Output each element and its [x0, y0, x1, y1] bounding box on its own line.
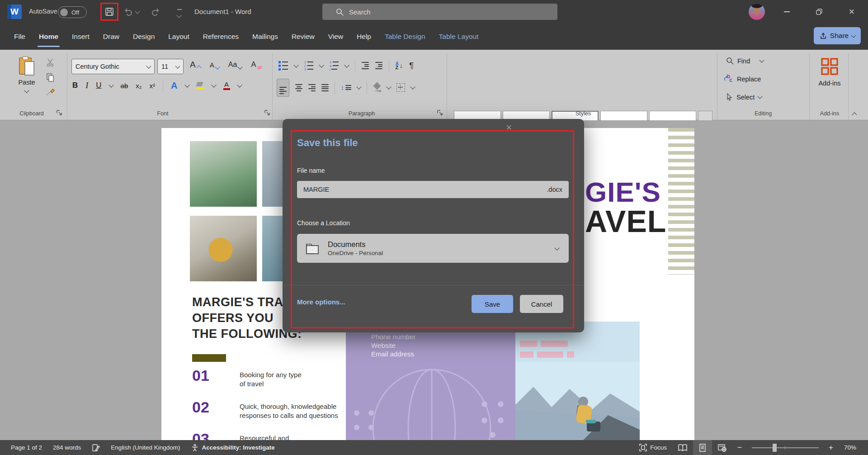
tab-layout[interactable]: Layout: [161, 24, 196, 50]
zoom-slider[interactable]: [752, 447, 819, 448]
tab-view[interactable]: View: [321, 24, 350, 50]
page-indicator[interactable]: Page 1 of 2: [0, 440, 47, 455]
word-window: W AutoSave Off Document1 - Word: [0, 0, 868, 455]
paragraph-dialog-launcher[interactable]: [437, 109, 443, 116]
bullets-chevron-icon[interactable]: [293, 62, 298, 67]
copy-icon[interactable]: [46, 73, 55, 82]
font-color-button[interactable]: A: [223, 81, 230, 90]
grow-font-button[interactable]: A: [190, 60, 201, 70]
find-button[interactable]: Find: [726, 57, 764, 65]
share-button[interactable]: Share: [814, 27, 861, 44]
tab-draw[interactable]: Draw: [96, 24, 126, 50]
save-button[interactable]: Save: [472, 295, 513, 313]
shading-chevron-icon[interactable]: [386, 85, 391, 90]
increase-indent-button[interactable]: →: [375, 62, 382, 69]
superscript-button[interactable]: x²: [150, 82, 156, 90]
zoom-percentage[interactable]: 70%: [839, 440, 868, 455]
location-dropdown[interactable]: Documents OneDrive - Personal: [297, 234, 569, 263]
tab-table-layout[interactable]: Table Layout: [432, 24, 486, 50]
tab-file[interactable]: File: [7, 24, 32, 50]
read-mode-button[interactable]: [672, 440, 693, 455]
line-spacing-button[interactable]: ↕: [341, 84, 351, 91]
numbering-chevron-icon[interactable]: [319, 62, 324, 67]
word-count[interactable]: 284 words: [47, 440, 86, 455]
font-name-combo[interactable]: Century Gothic: [71, 59, 155, 74]
search-input[interactable]: Search: [322, 4, 557, 20]
format-painter-icon[interactable]: [45, 88, 55, 97]
sort-button[interactable]: AZ ↓: [396, 62, 403, 70]
restore-button[interactable]: [808, 0, 830, 24]
numbering-button[interactable]: 123: [304, 61, 313, 71]
addins-button[interactable]: Add-ins: [812, 57, 847, 87]
zoom-out-button[interactable]: −: [732, 440, 747, 455]
language-indicator[interactable]: English (United Kingdom): [105, 440, 185, 455]
underline-button[interactable]: U: [96, 81, 101, 90]
save-dialog: × Save this file File name MARGIE .docx …: [283, 119, 584, 332]
multilevel-list-button[interactable]: 1ai: [330, 61, 339, 71]
decrease-indent-button[interactable]: ←: [362, 62, 369, 69]
clear-formatting-button[interactable]: A: [251, 60, 261, 69]
bullets-button[interactable]: [278, 61, 288, 71]
bold-button[interactable]: B: [72, 81, 78, 90]
tab-design[interactable]: Design: [126, 24, 161, 50]
customize-qat-button[interactable]: [177, 9, 182, 19]
underline-chevron-icon[interactable]: [108, 82, 113, 87]
justify-button[interactable]: [321, 84, 329, 91]
cut-icon[interactable]: [46, 58, 55, 67]
tab-home[interactable]: Home: [32, 24, 65, 50]
subscript-button[interactable]: x₂: [136, 82, 142, 90]
borders-chevron-icon[interactable]: [410, 85, 415, 90]
undo-button[interactable]: [123, 6, 139, 17]
clipboard-dialog-launcher[interactable]: [56, 109, 62, 116]
file-name-input[interactable]: MARGIE .docx: [297, 181, 569, 198]
autosave-toggle[interactable]: Off: [58, 6, 87, 18]
replace-button[interactable]: b c Replace: [725, 75, 761, 83]
accessibility-status[interactable]: Accessibility: Investigate: [185, 440, 280, 455]
eraser-icon: [257, 66, 262, 69]
highlight-button[interactable]: [197, 82, 204, 89]
clipboard-group-label: Clipboard: [14, 110, 50, 117]
account-avatar[interactable]: [749, 4, 765, 20]
align-left-button[interactable]: [277, 79, 289, 97]
pilcrow-button[interactable]: ¶: [409, 61, 414, 71]
select-button[interactable]: Select: [726, 93, 762, 101]
web-layout-button[interactable]: [712, 440, 732, 455]
quick-save-button[interactable]: [100, 3, 118, 21]
multilevel-chevron-icon[interactable]: [344, 62, 349, 67]
font-dialog-launcher[interactable]: [264, 109, 270, 116]
close-button[interactable]: ×: [841, 0, 863, 24]
align-center-button[interactable]: [295, 84, 302, 91]
tab-insert[interactable]: Insert: [65, 24, 96, 50]
tab-review[interactable]: Review: [285, 24, 321, 50]
font-color-chevron-icon[interactable]: [237, 82, 242, 87]
align-right-button[interactable]: [308, 84, 316, 91]
shading-button[interactable]: [373, 83, 381, 92]
italic-button[interactable]: I: [85, 81, 88, 90]
print-layout-button[interactable]: [693, 440, 712, 455]
zoom-slider-thumb[interactable]: [773, 444, 777, 452]
change-case-button[interactable]: Aa: [228, 61, 242, 69]
collapse-ribbon-button[interactable]: [852, 112, 857, 117]
brochure-title-line2: AVEL: [585, 206, 666, 237]
minimize-button[interactable]: [776, 0, 797, 24]
tab-mailings[interactable]: Mailings: [245, 24, 285, 50]
borders-button[interactable]: [396, 83, 405, 92]
replace-icon: b c: [725, 75, 733, 83]
font-size-combo[interactable]: 11: [157, 59, 184, 74]
proofing-status[interactable]: [86, 440, 105, 455]
focus-mode-button[interactable]: Focus: [633, 440, 672, 455]
more-options-link[interactable]: More options...: [297, 298, 345, 306]
paste-button[interactable]: Paste: [11, 56, 42, 94]
highlight-chevron-icon[interactable]: [211, 82, 216, 87]
line-spacing-chevron-icon[interactable]: [356, 85, 361, 90]
shrink-font-button[interactable]: A: [210, 61, 219, 69]
redo-button[interactable]: [150, 6, 161, 19]
tab-help[interactable]: Help: [350, 24, 378, 50]
text-effects-button[interactable]: A: [171, 81, 177, 91]
zoom-in-button[interactable]: +: [823, 440, 839, 455]
tab-table-design[interactable]: Table Design: [378, 24, 432, 50]
cancel-button[interactable]: Cancel: [520, 295, 563, 313]
text-effects-chevron-icon[interactable]: [184, 82, 189, 87]
tab-references[interactable]: References: [196, 24, 245, 50]
strikethrough-button[interactable]: ab: [121, 82, 128, 90]
